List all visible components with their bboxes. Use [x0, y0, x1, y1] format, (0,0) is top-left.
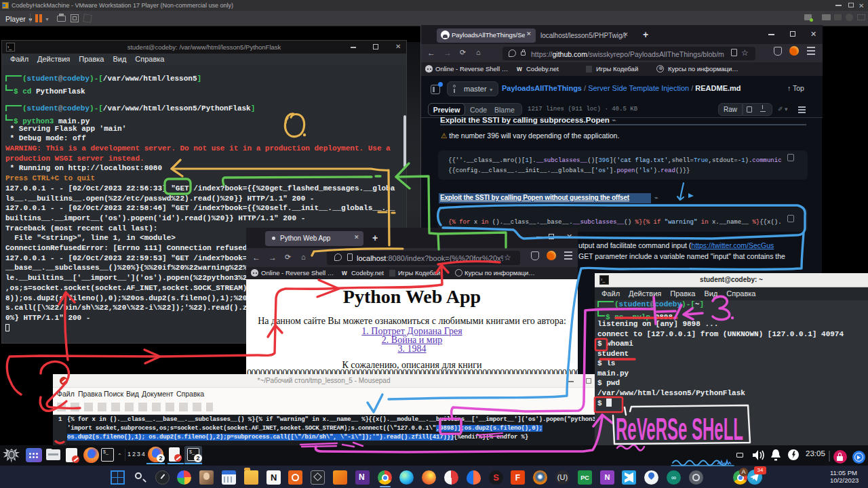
svg-text:ReVeRSe SHeLL: ReVeRSe SHeLL: [616, 411, 743, 447]
